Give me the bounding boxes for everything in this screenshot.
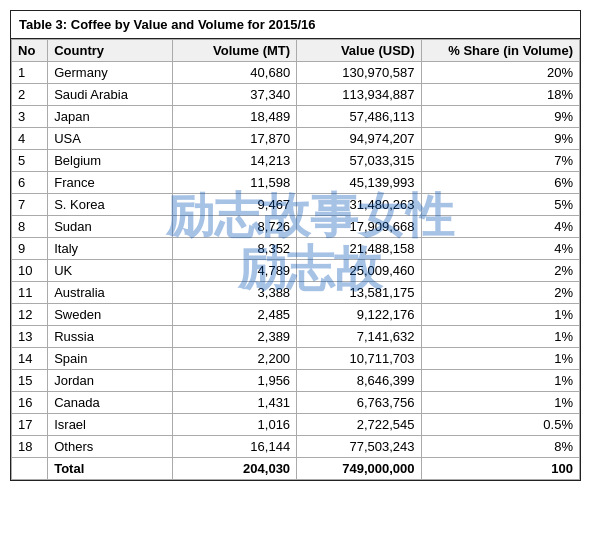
cell-no: 18 — [12, 436, 48, 458]
cell-share: 1% — [421, 304, 579, 326]
cell-country: S. Korea — [48, 194, 172, 216]
table-row: 7S. Korea9,46731,480,2635% — [12, 194, 580, 216]
cell-share: 18% — [421, 84, 579, 106]
table-row: 17Israel1,0162,722,5450.5% — [12, 414, 580, 436]
cell-volume: 18,489 — [172, 106, 296, 128]
cell-volume: 2,389 — [172, 326, 296, 348]
cell-no: 8 — [12, 216, 48, 238]
table-row: 10UK4,78925,009,4602% — [12, 260, 580, 282]
col-header-value: Value (USD) — [297, 40, 421, 62]
cell-share: 6% — [421, 172, 579, 194]
cell-share: 20% — [421, 62, 579, 84]
cell-value: 7,141,632 — [297, 326, 421, 348]
table-row: 2Saudi Arabia37,340113,934,88718% — [12, 84, 580, 106]
cell-volume: 1,431 — [172, 392, 296, 414]
cell-value: 94,974,207 — [297, 128, 421, 150]
cell-share: 0.5% — [421, 414, 579, 436]
cell-volume: 9,467 — [172, 194, 296, 216]
cell-volume: 2,200 — [172, 348, 296, 370]
cell-value: 8,646,399 — [297, 370, 421, 392]
cell-no: 9 — [12, 238, 48, 260]
total-row: Total204,030749,000,000100 — [12, 458, 580, 480]
table-row: 15Jordan1,9568,646,3991% — [12, 370, 580, 392]
cell-no: 4 — [12, 128, 48, 150]
cell-no: 15 — [12, 370, 48, 392]
cell-volume: 1,016 — [172, 414, 296, 436]
cell-value: 17,909,668 — [297, 216, 421, 238]
cell-value: 45,139,993 — [297, 172, 421, 194]
total-cell-volume: 204,030 — [172, 458, 296, 480]
table-row: 6France11,59845,139,9936% — [12, 172, 580, 194]
cell-value: 2,722,545 — [297, 414, 421, 436]
cell-value: 113,934,887 — [297, 84, 421, 106]
cell-share: 1% — [421, 370, 579, 392]
cell-volume: 2,485 — [172, 304, 296, 326]
cell-no: 1 — [12, 62, 48, 84]
cell-share: 2% — [421, 260, 579, 282]
cell-value: 9,122,176 — [297, 304, 421, 326]
table-row: 14Spain2,20010,711,7031% — [12, 348, 580, 370]
cell-value: 25,009,460 — [297, 260, 421, 282]
cell-no: 5 — [12, 150, 48, 172]
cell-country: Japan — [48, 106, 172, 128]
cell-volume: 37,340 — [172, 84, 296, 106]
cell-share: 1% — [421, 326, 579, 348]
cell-country: Germany — [48, 62, 172, 84]
cell-volume: 40,680 — [172, 62, 296, 84]
cell-value: 31,480,263 — [297, 194, 421, 216]
cell-country: Belgium — [48, 150, 172, 172]
cell-share: 1% — [421, 348, 579, 370]
cell-no: 11 — [12, 282, 48, 304]
cell-share: 2% — [421, 282, 579, 304]
col-header-no: No — [12, 40, 48, 62]
col-header-volume: Volume (MT) — [172, 40, 296, 62]
cell-volume: 8,352 — [172, 238, 296, 260]
cell-country: France — [48, 172, 172, 194]
cell-no: 14 — [12, 348, 48, 370]
cell-value: 57,486,113 — [297, 106, 421, 128]
cell-no: 3 — [12, 106, 48, 128]
total-cell-label: Total — [48, 458, 172, 480]
cell-no: 13 — [12, 326, 48, 348]
cell-country: Saudi Arabia — [48, 84, 172, 106]
cell-volume: 11,598 — [172, 172, 296, 194]
table-row: 3Japan18,48957,486,1139% — [12, 106, 580, 128]
total-cell-share: 100 — [421, 458, 579, 480]
cell-share: 4% — [421, 216, 579, 238]
cell-no: 17 — [12, 414, 48, 436]
cell-country: Russia — [48, 326, 172, 348]
cell-value: 13,581,175 — [297, 282, 421, 304]
cell-country: Sudan — [48, 216, 172, 238]
cell-volume: 3,388 — [172, 282, 296, 304]
cell-value: 21,488,158 — [297, 238, 421, 260]
cell-country: Italy — [48, 238, 172, 260]
cell-no: 10 — [12, 260, 48, 282]
cell-value: 57,033,315 — [297, 150, 421, 172]
cell-country: Spain — [48, 348, 172, 370]
data-table: No Country Volume (MT) Value (USD) % Sha… — [11, 39, 580, 480]
total-cell-value: 749,000,000 — [297, 458, 421, 480]
cell-country: UK — [48, 260, 172, 282]
page-container: 励志故事女性励志故 Table 3: Coffee by Value and V… — [10, 10, 581, 481]
table-title: Table 3: Coffee by Value and Volume for … — [11, 11, 580, 39]
cell-country: Sweden — [48, 304, 172, 326]
cell-volume: 1,956 — [172, 370, 296, 392]
cell-value: 10,711,703 — [297, 348, 421, 370]
cell-share: 8% — [421, 436, 579, 458]
table-row: 13Russia2,3897,141,6321% — [12, 326, 580, 348]
cell-no: 16 — [12, 392, 48, 414]
table-row: 9Italy8,35221,488,1584% — [12, 238, 580, 260]
cell-share: 7% — [421, 150, 579, 172]
table-row: 5Belgium14,21357,033,3157% — [12, 150, 580, 172]
table-row: 12Sweden2,4859,122,1761% — [12, 304, 580, 326]
col-header-share: % Share (in Volume) — [421, 40, 579, 62]
cell-country: Australia — [48, 282, 172, 304]
cell-volume: 17,870 — [172, 128, 296, 150]
cell-value: 6,763,756 — [297, 392, 421, 414]
col-header-country: Country — [48, 40, 172, 62]
table-row: 11Australia3,38813,581,1752% — [12, 282, 580, 304]
cell-country: Israel — [48, 414, 172, 436]
table-row: 4USA17,87094,974,2079% — [12, 128, 580, 150]
cell-volume: 14,213 — [172, 150, 296, 172]
cell-country: USA — [48, 128, 172, 150]
